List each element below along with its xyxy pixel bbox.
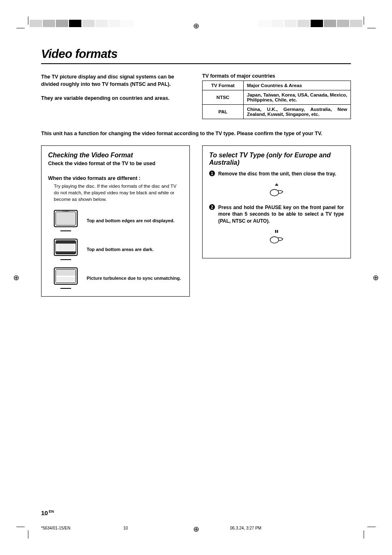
eject-icon: ⏏ [275, 182, 279, 187]
pause-icon [275, 230, 278, 233]
svg-rect-1 [275, 230, 277, 233]
table-caption: TV formats of major countries [202, 73, 351, 79]
cell-format: NTSC [203, 90, 244, 105]
step-2: 2 Press and hold the PAUSE key on the fr… [209, 204, 344, 224]
tv-illustration-cropped: VIDEO [54, 210, 78, 231]
intro-p1: The TV picture display and disc signal s… [41, 73, 190, 88]
note-text: This unit has a function for changing th… [41, 131, 351, 136]
step-number: 1 [209, 170, 215, 176]
th-format: TV Format [203, 81, 244, 90]
right-heading: To select TV Type (only for Europe and A… [209, 152, 344, 166]
figure-caption: Top and bottom edges are not displayed. [87, 218, 183, 223]
figure-row: VIDEO Top and bottom edges are not displ… [54, 210, 183, 231]
cell-format: PAL [203, 105, 244, 119]
th-areas: Major Countries & Areas [244, 81, 351, 90]
slug-page: 10 [123, 526, 230, 530]
eject-press-icon: ⏏ [209, 182, 344, 200]
tv-illustration-letterbox [54, 239, 78, 260]
page-number: 10EN [41, 509, 54, 516]
figure-caption: Picture turbulence due to sync unmatchin… [87, 276, 183, 281]
intro-p2: They are variable depending on countries… [41, 94, 190, 102]
left-subheading: Check the video format of the TV to be u… [48, 161, 183, 166]
table-row: PAL China, U.K., Germany, Australia, New… [203, 105, 351, 119]
page-title: Video formats [41, 47, 351, 61]
step-number: 2 [209, 204, 215, 210]
figure-row: Picture turbulence due to sync unmatchin… [54, 267, 183, 289]
registration-mark-right: ⊕ [373, 273, 379, 282]
slug-file: *5634/01-15/EN [41, 526, 123, 530]
pause-press-icon [209, 229, 344, 247]
diff-heading: When the video formats are different : [48, 175, 183, 181]
step-text: Press and hold the PAUSE key on the fron… [218, 204, 344, 224]
svg-point-0 [270, 189, 279, 196]
step-text: Remove the disc from the unit, then clos… [218, 170, 344, 177]
registration-mark-left: ⊕ [13, 273, 19, 282]
figure-caption: Top and bottom areas are dark. [87, 247, 183, 252]
title-rule [41, 63, 351, 64]
cell-areas: Japan, Taiwan, Korea, USA, Canada, Mexic… [244, 90, 351, 105]
tv-illustration-turbulence [54, 267, 78, 289]
color-bars [0, 20, 392, 29]
step-1: 1 Remove the disc from the unit, then cl… [209, 170, 344, 177]
cell-areas: China, U.K., Germany, Australia, New Zea… [244, 105, 351, 119]
slug-timestamp: 06.3.24, 3:27 PM [230, 526, 261, 530]
select-tv-type-box: To select TV Type (only for Europe and A… [202, 145, 351, 258]
left-heading: Checking the Video Format [48, 152, 183, 159]
table-row: NTSC Japan, Taiwan, Korea, USA, Canada, … [203, 90, 351, 105]
checking-format-box: Checking the Video Format Check the vide… [41, 145, 190, 297]
intro-text: The TV picture display and disc signal s… [41, 73, 190, 119]
crop-mark-bottom-right [363, 526, 376, 539]
diff-body: Try playing the disc. If the video forma… [54, 183, 183, 203]
crop-mark-bottom-left [16, 526, 29, 539]
figure-row: Top and bottom areas are dark. [54, 239, 183, 260]
print-slug: *5634/01-15/EN 10 06.3.24, 3:27 PM [41, 526, 351, 530]
tv-format-table: TV Format Major Countries & Areas NTSC J… [202, 81, 351, 119]
svg-point-3 [270, 237, 279, 243]
svg-rect-2 [277, 230, 278, 233]
